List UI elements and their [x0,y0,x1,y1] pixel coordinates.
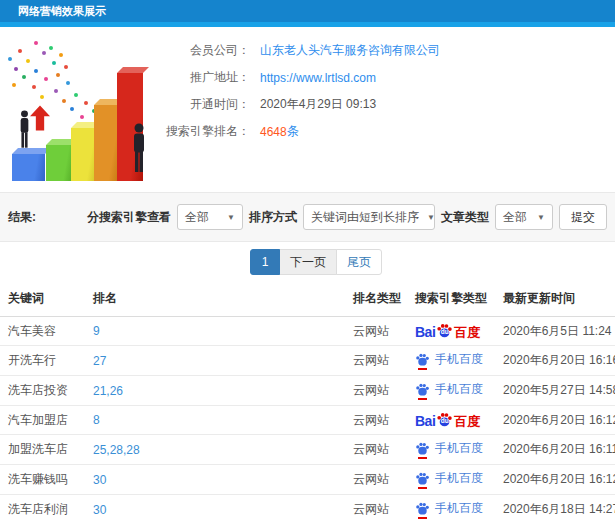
keyword-cell: 加盟洗车店 [0,435,85,465]
table-header-row: 关键词 排名 排名类型 搜索引擎类型 最新更新时间 [0,281,615,317]
table-row: 洗车店利润 30 云网站 手机百度 [0,495,615,520]
keyword-cell: 洗车店投资 [0,376,85,406]
results-label: 结果: [8,209,36,226]
type-filter-value: 全部 [503,209,527,226]
app-window: 网络营销效果展示 [0,0,615,520]
top-header-bar: 网络营销效果展示 [0,0,615,22]
updated-cell: 2020年6月18日 14:27 [495,495,615,520]
bar-blue [12,154,45,181]
keyword-cell: 洗车店利润 [0,495,85,520]
mobile-baidu-badge: 手机百度 [415,470,483,487]
rank-type-cell: 云网站 [345,317,407,346]
rank-type-cell: 云网站 [345,435,407,465]
results-filter-bar: 结果: 分搜索引擎查看 全部 ▼ 排序方式 关键词由短到长排序 ▼ 文章类型 全… [0,192,615,242]
baidu-paw-icon [415,441,430,456]
table-row: 开洗车行 27 云网站 手机百度 [0,346,615,376]
updated-cell: 2020年6月5日 11:24 [495,317,615,346]
keyword-cell: 汽车加盟店 [0,406,85,435]
table-row: 汽车加盟店 8 云网站 Bai du [0,406,615,435]
rank-type-cell: 云网站 [345,376,407,406]
page-title: 网络营销效果展示 [18,5,106,17]
updated-cell: 2020年6月20日 16:11 [495,435,615,465]
keyword-cell: 洗车赚钱吗 [0,465,85,495]
rank-link[interactable]: 27 [93,354,106,368]
mobile-baidu-badge: 手机百度 [415,500,483,517]
account-info-section: 会员公司： 山东老人头汽车服务咨询有限公司 推广地址： https://www.… [0,27,615,192]
baidu-paw-icon [415,352,430,367]
open-time-row: 开通时间： 2020年4月29日 09:13 [150,91,610,118]
baidu-paw-icon [415,471,430,486]
bar-green [46,145,73,181]
baidu-paw-icon: du [436,322,453,339]
rank-link[interactable]: 21,26 [93,384,123,398]
baidu-logo: Bai du 百度 [415,411,480,428]
next-page-button[interactable]: 下一页 [279,249,337,275]
chevron-down-icon: ▼ [427,213,435,222]
open-time-label: 开通时间： [150,96,250,113]
member-company-link[interactable]: 山东老人头汽车服务咨询有限公司 [260,42,440,59]
baidu-paw-icon: du [436,411,453,428]
updated-cell: 2020年5月27日 14:58 [495,376,615,406]
baidu-paw-icon [415,501,430,516]
engine-filter-value: 全部 [185,209,209,226]
filter-controls: 分搜索引擎查看 全部 ▼ 排序方式 关键词由短到长排序 ▼ 文章类型 全部 ▼ … [87,204,607,230]
rank-type-cell: 云网站 [345,346,407,376]
sort-filter-value: 关键词由短到长排序 [311,209,419,226]
type-filter-label: 文章类型 [441,209,489,226]
rank-link[interactable]: 8 [93,413,100,427]
rank-link[interactable]: 30 [93,473,106,487]
businessman-figure-left [18,110,31,154]
promo-url-link[interactable]: https://www.lrtlsd.com [260,71,376,85]
updated-cell: 2020年6月20日 16:12 [495,406,615,435]
chevron-down-icon: ▼ [227,213,235,222]
col-rank-type: 排名类型 [345,281,407,317]
rank-type-cell: 云网站 [345,465,407,495]
engine-filter-label: 分搜索引擎查看 [87,209,171,226]
table-row: 洗车赚钱吗 30 云网站 手机百度 [0,465,615,495]
page-1-button[interactable]: 1 [250,249,280,275]
sort-filter-select[interactable]: 关键词由短到长排序 ▼ [303,204,435,230]
confetti-dots [4,41,8,45]
chevron-down-icon: ▼ [537,213,545,222]
type-filter-select[interactable]: 全部 ▼ [495,204,553,230]
account-info-list: 会员公司： 山东老人头汽车服务咨询有限公司 推广地址： https://www.… [150,37,610,145]
table-row: 洗车店投资 21,26 云网站 手机百度 [0,376,615,406]
pagination: 1 下一页 尾页 [18,242,615,281]
open-time-value: 2020年4月29日 09:13 [260,96,376,113]
keyword-cell: 开洗车行 [0,346,85,376]
table-row: 加盟洗车店 25,28,28 云网站 手机百度 [0,435,615,465]
table-row: 汽车美容 9 云网站 Bai du 百 [0,317,615,346]
col-rank: 排名 [85,281,345,317]
col-updated: 最新更新时间 [495,281,615,317]
keyword-cell: 汽车美容 [0,317,85,346]
up-arrow-icon [30,104,50,136]
mobile-baidu-badge: 手机百度 [415,381,483,398]
rank-type-cell: 云网站 [345,495,407,520]
last-page-button[interactable]: 尾页 [336,249,382,275]
submit-button[interactable]: 提交 [559,204,607,230]
col-keyword: 关键词 [0,281,85,317]
mobile-baidu-badge: 手机百度 [415,440,483,457]
keyword-results-table: 关键词 排名 排名类型 搜索引擎类型 最新更新时间 汽车美容 9 云网站 Bai [0,281,615,520]
engine-filter-select[interactable]: 全部 ▼ [177,204,243,230]
rank-link[interactable]: 9 [93,324,100,338]
mobile-baidu-badge: 手机百度 [415,351,483,368]
rank-link[interactable]: 25,28,28 [93,443,140,457]
engine-rank-label: 搜索引擎排名： [150,123,250,140]
baidu-logo: Bai du 百度 [415,322,480,339]
member-company-row: 会员公司： 山东老人头汽车服务咨询有限公司 [150,37,610,64]
member-company-label: 会员公司： [150,42,250,59]
baidu-paw-icon [415,382,430,397]
col-engine-type: 搜索引擎类型 [407,281,495,317]
updated-cell: 2020年6月20日 16:16 [495,346,615,376]
engine-rank-unit: 条 [287,123,299,140]
promo-url-row: 推广地址： https://www.lrtlsd.com [150,64,610,91]
updated-cell: 2020年6月20日 16:12 [495,465,615,495]
promo-url-label: 推广地址： [150,69,250,86]
sort-filter-label: 排序方式 [249,209,297,226]
engine-rank-row: 搜索引擎排名： 4648 条 [150,118,610,145]
rank-type-cell: 云网站 [345,406,407,435]
engine-rank-count: 4648 [260,125,287,139]
rank-link[interactable]: 30 [93,503,106,517]
businessman-figure-right [131,123,147,179]
